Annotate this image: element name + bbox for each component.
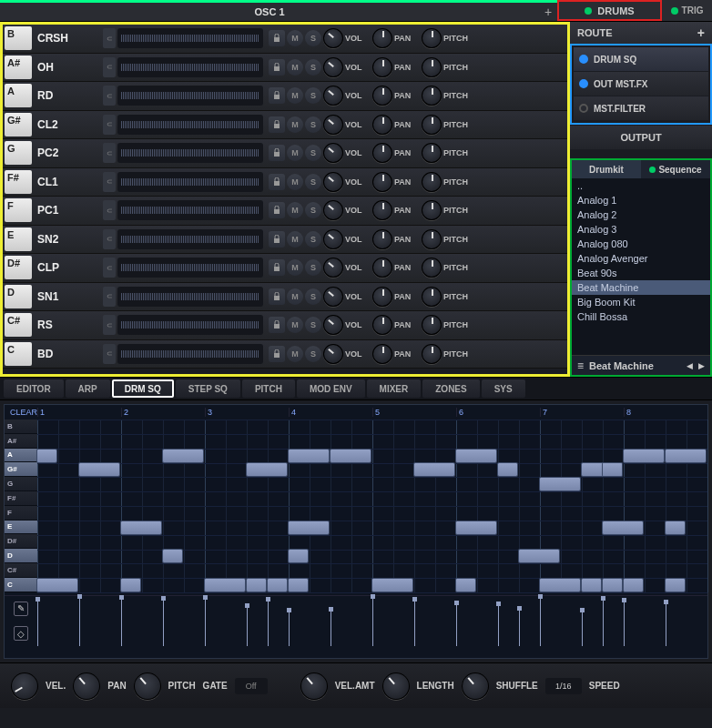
route-item[interactable]: DRUM SQ	[574, 47, 708, 71]
slot-key[interactable]: C	[5, 342, 32, 366]
seq-row-key[interactable]: G#	[5, 462, 37, 477]
browser-item[interactable]: Beat 90s	[572, 266, 710, 280]
mute-button[interactable]: M	[287, 59, 303, 76]
velocity-bar[interactable]	[37, 599, 38, 646]
pan-knob[interactable]	[372, 287, 392, 307]
slot-loop-icon[interactable]: ⊂	[103, 229, 116, 249]
browser-item[interactable]: Analog 080	[572, 237, 710, 251]
tab-modenv[interactable]: MOD ENV	[297, 379, 365, 398]
seq-note[interactable]	[205, 579, 245, 592]
slot-loop-icon[interactable]: ⊂	[103, 172, 116, 192]
vol-knob[interactable]	[323, 143, 343, 163]
lock-icon[interactable]	[269, 317, 285, 333]
velocity-bar[interactable]	[247, 605, 248, 646]
gate-value[interactable]: Off	[235, 678, 268, 694]
length-knob[interactable]	[382, 672, 410, 700]
solo-button[interactable]: S	[305, 346, 321, 362]
seq-row-key[interactable]: B	[5, 420, 37, 434]
seq-row-key[interactable]: C#	[5, 563, 37, 578]
seq-note[interactable]	[37, 450, 56, 462]
tab-arp[interactable]: ARP	[66, 379, 110, 398]
slot-key[interactable]: D	[5, 285, 32, 308]
pitch-knob[interactable]	[422, 143, 442, 163]
seq-note[interactable]	[540, 478, 580, 490]
slot-loop-icon[interactable]: ⊂	[103, 86, 116, 106]
seq-note[interactable]	[603, 521, 643, 534]
slot-loop-icon[interactable]: ⊂	[103, 28, 116, 48]
vol-knob[interactable]	[323, 115, 343, 135]
slot-waveform[interactable]	[117, 143, 263, 163]
mute-button[interactable]: M	[287, 317, 303, 333]
solo-button[interactable]: S	[305, 317, 321, 333]
route-add-button[interactable]: +	[697, 25, 705, 40]
velocity-bar[interactable]	[372, 596, 373, 646]
seq-clear-button[interactable]: CLEAR	[5, 408, 37, 417]
velocity-bar[interactable]	[79, 596, 80, 646]
browser-item[interactable]: Analog 3	[572, 222, 710, 237]
seq-note[interactable]	[331, 450, 371, 462]
seq-note[interactable]	[79, 463, 119, 476]
solo-button[interactable]: S	[305, 202, 321, 218]
browser-item[interactable]: Chill Bossa	[572, 309, 710, 324]
seq-note[interactable]	[289, 579, 308, 592]
pan-knob[interactable]	[372, 28, 392, 48]
seq-note[interactable]	[247, 463, 287, 476]
velocity-bar[interactable]	[205, 597, 206, 646]
pan-knob[interactable]	[372, 143, 392, 163]
pan-knob[interactable]	[372, 344, 392, 364]
vol-knob[interactable]	[323, 57, 343, 77]
seq-row-key[interactable]: A	[5, 449, 37, 463]
slot-waveform[interactable]	[117, 86, 263, 106]
shuffle-knob[interactable]	[462, 672, 489, 700]
vol-knob[interactable]	[323, 287, 343, 307]
seq-note[interactable]	[498, 463, 517, 476]
route-output[interactable]: OUTPUT	[570, 126, 712, 149]
slot-loop-icon[interactable]: ⊂	[103, 57, 116, 77]
velocity-bar[interactable]	[331, 609, 331, 646]
lock-icon[interactable]	[269, 202, 285, 218]
slot-key[interactable]: G#	[5, 113, 32, 136]
seq-note[interactable]	[666, 450, 706, 462]
velocity-bar[interactable]	[414, 599, 415, 646]
seq-note[interactable]	[456, 579, 475, 592]
seq-row-key[interactable]: F	[5, 506, 37, 521]
slot-waveform[interactable]	[117, 200, 263, 220]
pitch-knob[interactable]	[422, 172, 442, 192]
pitch-knob[interactable]	[422, 229, 442, 249]
slot-waveform[interactable]	[117, 229, 263, 249]
drums-tab[interactable]: DRUMS	[557, 0, 662, 21]
tab-zones[interactable]: ZONES	[422, 379, 479, 398]
slot-key[interactable]: F#	[5, 170, 32, 194]
mute-button[interactable]: M	[287, 87, 303, 104]
velamt-knob[interactable]	[300, 672, 328, 700]
speed-value[interactable]: 1/16	[545, 678, 582, 694]
pitch-knob[interactable]	[422, 344, 442, 364]
seq-note[interactable]	[289, 550, 308, 562]
seq-note[interactable]	[666, 579, 685, 592]
slot-loop-icon[interactable]: ⊂	[103, 200, 116, 220]
solo-button[interactable]: S	[305, 231, 321, 248]
browser-list[interactable]: ..Analog 1Analog 2Analog 3Analog 080Anal…	[572, 178, 710, 355]
velocity-bar[interactable]	[163, 598, 164, 646]
seq-note[interactable]	[624, 450, 664, 462]
solo-button[interactable]: S	[305, 288, 321, 305]
vel-draw-icon[interactable]: ✎	[14, 602, 28, 616]
seq-note[interactable]	[247, 579, 266, 592]
lock-icon[interactable]	[269, 259, 285, 276]
slot-loop-icon[interactable]: ⊂	[103, 287, 116, 307]
seq-note[interactable]	[121, 521, 161, 534]
slot-waveform[interactable]	[117, 172, 263, 192]
pitch-knob[interactable]	[422, 115, 442, 135]
pitch-knob[interactable]	[422, 57, 442, 77]
slot-key[interactable]: E	[5, 228, 32, 251]
velocity-bar[interactable]	[666, 602, 666, 646]
pitch-knob[interactable]	[422, 200, 442, 220]
seq-row-key[interactable]: A#	[5, 434, 37, 449]
browser-item[interactable]: Beat Machine	[572, 280, 710, 295]
seq-note[interactable]	[163, 450, 203, 462]
solo-button[interactable]: S	[305, 30, 321, 46]
vel-mode-icon[interactable]: ◇	[14, 626, 28, 641]
velocity-bar[interactable]	[456, 602, 457, 646]
pan-knob[interactable]	[372, 200, 392, 220]
seq-grid[interactable]	[37, 420, 707, 592]
